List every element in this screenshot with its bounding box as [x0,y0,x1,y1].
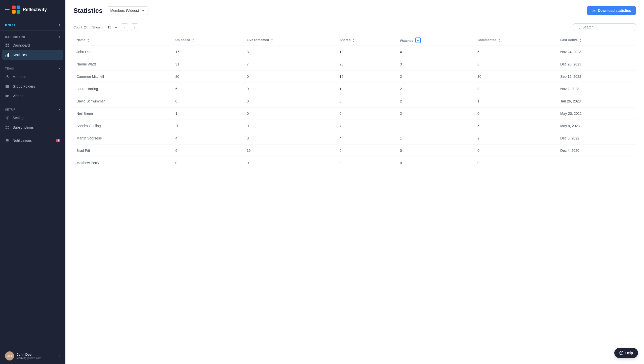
section-chevron-team: ▾ [59,67,60,70]
col-shared[interactable]: Shared ▲▼ [337,35,397,46]
search-icon [576,25,580,29]
sidebar-item-subscriptions[interactable]: Subscriptions [0,123,65,132]
table-row: Naomi Watts 31 7 26 3 8 Dec 20, 2023 [73,58,636,70]
user-name: John Doe [17,353,57,356]
col-uploaded[interactable]: Uploaded ▲▼ [172,35,244,46]
svg-rect-1 [17,6,20,9]
help-btn-label: Help [625,351,633,355]
cell-last-active: Dec 4, 2020 [557,144,636,157]
cell-name: Neil Breen [73,107,172,120]
cell-watched: 2 [397,83,474,95]
cell-live-streamed: 0 [244,157,337,169]
col-commented[interactable]: Commented ▲▼ [474,35,557,46]
sidebar-item-notifications-label: Notifications [13,138,32,142]
footer-chevron-icon[interactable]: › [59,354,60,358]
cell-name: Matthew Perry [73,157,172,169]
section-header-dashboard[interactable]: DASHBOARD ▾ [0,33,65,41]
sidebar-item-notifications[interactable]: Notifications 3 [0,136,65,145]
table-row: Brad Pitt 6 15 0 0 0 Dec 4, 2020 [73,144,636,157]
sidebar-item-dashboard-label: Dashboard [13,43,30,47]
cell-watched: 2 [397,107,474,120]
cell-last-active: Jan 26, 2023 [557,95,636,107]
svg-rect-2 [12,10,16,14]
section-header-team[interactable]: TEAM ▾ [0,65,65,72]
cell-live-streamed: 0 [244,132,337,144]
help-circle-icon [619,351,623,355]
cell-name: Sandra Gosling [73,120,172,132]
video-icon [5,94,10,98]
org-chevron-icon: ▾ [59,23,60,27]
main-content: Statistics Members (Videos) Download sta… [65,0,644,364]
svg-rect-7 [8,46,9,47]
cell-shared: 0 [337,95,397,107]
sidebar-item-videos[interactable]: Videos [0,91,65,101]
cell-last-active: Dec 5, 2022 [557,132,636,144]
cell-shared: 4 [337,132,397,144]
cell-commented: 1 [474,95,557,107]
section-label-team: TEAM [5,67,14,70]
cell-live-streamed: 0 [244,70,337,83]
help-button[interactable]: Help [614,348,638,358]
col-last-active[interactable]: Last Active ▲▼ [557,35,636,46]
org-switcher[interactable]: KNLU ▾ [0,19,65,31]
download-statistics-button[interactable]: Download statistics [587,6,636,15]
col-name[interactable]: Name ▲▼ [73,35,172,46]
sidebar-item-statistics[interactable]: Statistics [2,50,63,60]
sort-arrows-last-active: ▲▼ [580,38,582,43]
cell-last-active [557,157,636,169]
search-box[interactable] [573,23,636,31]
search-input[interactable] [582,25,633,29]
bell-icon [5,138,10,143]
section-header-setup[interactable]: SETUP ▾ [0,106,65,113]
svg-rect-10 [8,53,9,57]
cell-name: Naomi Watts [73,58,172,70]
next-page-button[interactable]: › [131,23,138,31]
statistics-table: Name ▲▼ Uploaded ▲▼ Live Streamed ▲▼ Sha… [73,35,636,169]
cell-live-streamed: 0 [244,83,337,95]
filter-dropdown[interactable]: Members (Videos) [107,6,148,15]
svg-rect-16 [6,128,7,129]
cell-watched: 1 [397,132,474,144]
col-watched[interactable]: Watched [397,35,474,46]
cell-uploaded: 1 [172,107,244,120]
table-header: Name ▲▼ Uploaded ▲▼ Live Streamed ▲▼ Sha… [73,35,636,46]
cell-watched: 1 [397,120,474,132]
cell-commented: 8 [474,58,557,70]
sidebar-item-settings[interactable]: Settings [0,113,65,123]
page-size-select[interactable]: 15 25 50 [104,24,118,31]
active-sort-icon[interactable] [415,38,421,43]
hamburger-icon[interactable] [5,8,10,11]
cell-shared: 26 [337,58,397,70]
sort-arrows-commented: ▲▼ [498,38,500,43]
cell-commented: 5 [474,46,557,58]
sidebar-item-dashboard[interactable]: Dashboard [0,41,65,50]
sidebar-footer: JD John Doe learning@swivl.com › [0,348,65,364]
cell-watched: 3 [397,58,474,70]
cell-live-streamed: 3 [244,46,337,58]
cell-uploaded: 0 [172,95,244,107]
table-row: Laura Harring 6 0 1 2 3 Nov 2, 2023 [73,83,636,95]
cell-commented: 30 [474,70,557,83]
svg-rect-12 [6,95,8,97]
section-label-setup: SETUP [5,108,16,111]
table-row: Neil Breen 1 0 0 2 0 May 20, 2022 [73,107,636,120]
cell-last-active: May 20, 2022 [557,107,636,120]
cell-name: David Schwimmer [73,95,172,107]
user-info: John Doe learning@swivl.com [17,353,57,359]
download-icon [592,9,596,13]
col-live-streamed[interactable]: Live Streamed ▲▼ [244,35,337,46]
sidebar-item-members-label: Members [13,75,27,79]
person-icon [5,75,10,79]
svg-rect-5 [8,44,9,45]
filter-dropdown-label: Members (Videos) [110,9,139,13]
cell-uploaded: 0 [172,157,244,169]
sidebar-item-group-folders[interactable]: Group Folders [0,82,65,91]
sidebar-item-members[interactable]: Members [0,72,65,82]
cell-commented: 0 [474,107,557,120]
sidebar-item-settings-label: Settings [13,116,25,120]
logo-icon [12,6,20,14]
cell-name: Martin Scorsese [73,132,172,144]
prev-page-button[interactable]: ‹ [121,23,128,31]
download-btn-label: Download statistics [598,9,631,13]
sidebar-item-group-folders-label: Group Folders [13,84,35,88]
